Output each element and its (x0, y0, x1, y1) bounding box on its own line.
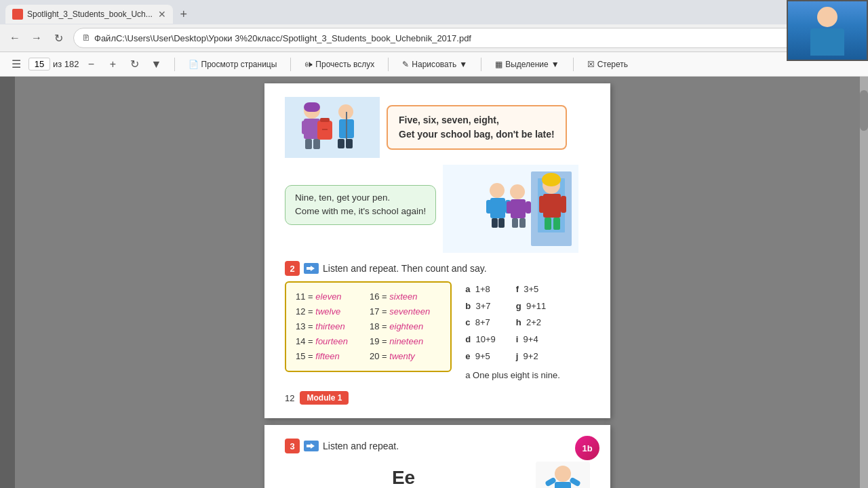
tab-bar: Spotlight_3_Students_book_Uch... ✕ + (0, 0, 868, 24)
erase-button[interactable]: ☒ Стереть (582, 58, 633, 71)
poem-line-3: Nine, ten, get your pen. (295, 191, 426, 205)
num-row-20: 20 = twenty (370, 349, 430, 364)
svg-rect-28 (490, 198, 505, 218)
view-page-button[interactable]: 📄 Просмотр страницы (183, 58, 283, 71)
page-total-label: из 182 (53, 59, 79, 69)
svg-rect-35 (507, 201, 512, 214)
ee-heading: Ee (285, 467, 522, 488)
refresh-button[interactable]: ↻ (49, 28, 68, 47)
top-illustration-area: Five, six, seven, eight, Get your school… (285, 97, 590, 158)
svg-rect-13 (346, 112, 347, 142)
svg-rect-41 (307, 445, 311, 447)
ex-i: i 9+4 (516, 331, 546, 348)
page2-content: Ee I LOVE PE (285, 462, 590, 488)
svg-rect-25 (553, 218, 560, 230)
num-row-13: 13 = thirteen (296, 319, 348, 334)
exercise-col-left: a 1+8 b 3+7 c 8+7 d 10+9 e 9+5 (465, 281, 495, 365)
read-aloud-button[interactable]: 🕪 Прочесть вслух (299, 58, 380, 71)
tab-title: Spotlight_3_Students_book_Uch... (27, 9, 153, 19)
main-area: Five, six, seven, eight, Get your school… (0, 77, 868, 488)
ex-j: j 9+2 (516, 348, 546, 365)
numbers-box: 11 = eleven 12 = twelve 13 = thirteen 14… (285, 281, 452, 372)
erase-icon: ☒ (587, 60, 595, 69)
num-row-15: 15 = fifteen (296, 349, 348, 364)
toolbar-divider-4 (481, 58, 481, 71)
svg-rect-31 (492, 218, 498, 228)
pdf-page-2: 1b 3 Listen and repeat. Ee (264, 425, 610, 488)
page-number-input[interactable] (28, 58, 50, 70)
answer-example: a One plus eight is nine. (465, 370, 559, 380)
tab-close-button[interactable]: ✕ (158, 9, 166, 20)
svg-rect-14 (338, 139, 344, 148)
address-bar-file-label: Файл (94, 33, 116, 43)
download-button[interactable]: ▼ (147, 55, 166, 74)
select-button[interactable]: ▦ Выделение ▼ (490, 58, 564, 71)
audio-icon-3[interactable] (304, 441, 319, 451)
file-icon: 🖹 (82, 33, 90, 43)
section2-instruction: Listen and repeat. Then count and say. (323, 263, 487, 274)
num-row-16: 16 = sixteen (370, 289, 430, 304)
erase-label: Стереть (597, 60, 628, 69)
draw-chevron: ▼ (459, 60, 467, 69)
ex-f: f 3+5 (516, 281, 546, 298)
new-tab-button[interactable]: + (176, 6, 192, 22)
module-badge: Module 1 (300, 391, 349, 405)
svg-rect-22 (539, 196, 545, 213)
scrollbar-thumb[interactable] (860, 90, 868, 131)
numbers-col-1: 11 = eleven 12 = twelve 13 = thirteen 14… (296, 289, 348, 364)
num-row-19: 19 = nineteen (370, 334, 430, 349)
select-icon: ▦ (495, 60, 502, 69)
draw-button[interactable]: ✎ Нарисовать ▼ (397, 58, 473, 71)
toolbar-divider-3 (388, 58, 389, 71)
illustration-right (443, 165, 578, 253)
audio-icon[interactable] (304, 263, 319, 274)
pdf-page-1: Five, six, seven, eight, Get your school… (264, 83, 610, 418)
ex-c: c 8+7 (465, 314, 495, 331)
section2-header: 2 Listen and repeat. Then count and say. (285, 261, 590, 276)
scrollbar[interactable] (860, 77, 868, 488)
speech-bubble-top: Five, six, seven, eight, Get your school… (387, 97, 590, 158)
poem-verse-2: Nine, ten, get your pen. Come with me, i… (285, 185, 436, 225)
ex-e: e 9+5 (465, 348, 495, 365)
svg-rect-6 (313, 139, 320, 149)
section2-number: 2 (285, 261, 300, 276)
num-row-17: 17 = seventeen (370, 304, 430, 319)
num-row-11: 11 = eleven (296, 289, 348, 304)
svg-point-26 (542, 173, 561, 186)
page2-text: Ee (285, 462, 522, 488)
svg-rect-23 (561, 196, 566, 213)
exercise-col-right: f 3+5 g 9+11 h 2+2 i 9+4 j 9+2 (516, 281, 546, 365)
svg-rect-15 (346, 139, 353, 148)
ex-d: d 10+9 (465, 331, 495, 348)
numbers-section: 2 Listen and repeat. Then count and say. (285, 261, 590, 380)
svg-point-44 (555, 466, 571, 482)
svg-marker-40 (311, 266, 315, 271)
back-button[interactable]: ← (5, 28, 24, 47)
svg-rect-21 (543, 194, 561, 218)
ex-g: g 9+11 (516, 298, 546, 315)
svg-rect-5 (305, 139, 312, 149)
toolbar-divider-2 (290, 58, 291, 71)
toolbar-divider-5 (573, 58, 574, 71)
ex-b: b 3+7 (465, 298, 495, 315)
page-info: из 182 (28, 58, 79, 70)
exercises-row: a 1+8 b 3+7 c 8+7 d 10+9 e 9+5 f 3+5 g 9… (465, 281, 559, 365)
poem-line-1: Five, six, seven, eight, (399, 113, 555, 127)
sidebar-toggle-button[interactable]: ☰ (7, 55, 26, 74)
address-bar[interactable]: 🖹 Файл C:\Users\User\Desktop\Уроки 3%20к… (73, 28, 816, 48)
zoom-out-button[interactable]: − (82, 55, 101, 74)
jumping-figure-illustration: I LOVE PE (536, 462, 590, 488)
pdf-toolbar: ☰ из 182 − + ↻ ▼ 📄 Просмотр страницы 🕪 П… (0, 52, 868, 77)
lesson-badge: 1b (575, 436, 599, 460)
pdf-refresh-button[interactable]: ↻ (125, 55, 144, 74)
num-row-18: 18 = eighteen (370, 319, 430, 334)
svg-rect-24 (545, 218, 551, 230)
zoom-in-button[interactable]: + (104, 55, 123, 74)
draw-icon: ✎ (402, 60, 409, 69)
pdf-container[interactable]: Five, six, seven, eight, Get your school… (15, 77, 860, 488)
forward-button[interactable]: → (27, 28, 46, 47)
svg-rect-36 (526, 201, 531, 214)
active-tab[interactable]: Spotlight_3_Students_book_Uch... ✕ (5, 5, 173, 24)
pdf-nav-controls: ☰ из 182 − + ↻ ▼ (7, 55, 166, 74)
tab-favicon (12, 9, 23, 20)
